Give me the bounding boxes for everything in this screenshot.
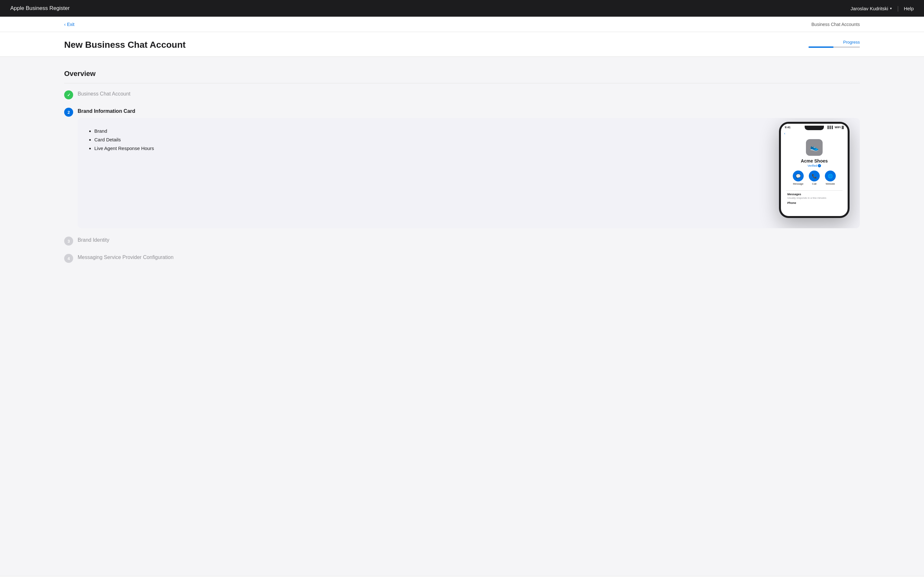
exit-link[interactable]: ‹ Exit (64, 22, 74, 27)
user-name: Jaroslav Kudritski (851, 6, 888, 11)
exit-chevron-icon: ‹ (64, 22, 66, 27)
overview-title: Overview (64, 69, 860, 83)
brand-name: Acme Shoes (801, 158, 828, 163)
signal-icon: ▌▌▌ (827, 126, 834, 129)
step-4-number: 4 (64, 254, 73, 263)
message-label: Message (793, 182, 803, 185)
sub-navigation: ‹ Exit Business Chat Accounts (0, 17, 924, 32)
brand-card-left: Brand Card Details Live Agent Response H… (88, 128, 779, 151)
main-content: Overview ✓ Business Chat Account 2 Brand… (0, 57, 924, 576)
step-2-number: 2 (64, 108, 73, 117)
nav-divider: | (897, 5, 899, 12)
phone-status-icons: ▌▌▌ WiFi ▓ (827, 126, 844, 129)
messages-section-subtitle: Usually responds in a few minutes (787, 197, 841, 199)
phone-mockup: 9:41 ▌▌▌ WiFi ▓ ‹ (779, 122, 850, 218)
phone-content: 👟 Acme Shoes Verified ✓ 💬 (781, 137, 848, 207)
shoe-icon: 👟 (810, 143, 819, 152)
exit-label: Exit (67, 22, 74, 27)
breadcrumb: Business Chat Accounts (811, 22, 860, 27)
progress-fill (809, 47, 834, 48)
call-action: 📞 Call (809, 171, 820, 185)
progress-bar (809, 47, 860, 48)
step-3: 3 Brand Identity (64, 236, 860, 245)
brand-info-card: Brand Card Details Live Agent Response H… (78, 118, 860, 228)
phone-time: 9:41 (785, 126, 790, 129)
call-icon: 📞 (809, 171, 820, 181)
progress-empty (835, 47, 860, 48)
step-1-number: ✓ (64, 90, 73, 99)
phone-back-button: ‹ (781, 130, 848, 137)
step-2-digit: 2 (67, 110, 69, 115)
call-label: Call (812, 182, 817, 185)
phone-divider (786, 190, 843, 191)
top-navigation: Apple Business Register Jaroslav Kudrits… (0, 0, 924, 17)
action-buttons: 💬 Message 📞 Call 🌐 We (793, 171, 836, 185)
page-header: New Business Chat Account Progress (0, 32, 924, 57)
step-4: 4 Messaging Service Provider Configurati… (64, 253, 860, 263)
website-icon: 🌐 (825, 171, 836, 181)
messages-section-title: Messages (787, 193, 841, 196)
progress-area: Progress (809, 40, 860, 48)
step-2-label: Brand Information Card (78, 108, 860, 114)
message-action: 💬 Message (793, 171, 804, 185)
step-3-number: 3 (64, 237, 73, 245)
step-2: 2 Brand Information Card Brand Card Deta… (64, 107, 860, 228)
step-2-content: Brand Information Card Brand Card Detail… (78, 107, 860, 228)
wifi-icon: WiFi (835, 126, 841, 129)
phone-section-title: Phone (787, 201, 841, 205)
phone-back-icon: ‹ (784, 131, 785, 135)
app-title: Apple Business Register (10, 5, 69, 11)
top-nav-right: Jaroslav Kudritski ▾ | Help (851, 5, 914, 12)
brand-card-list: Brand Card Details Live Agent Response H… (88, 128, 779, 151)
website-label: Website (826, 182, 835, 185)
verified-icon: ✓ (818, 164, 821, 167)
battery-icon: ▓ (842, 126, 844, 129)
steps-list: ✓ Business Chat Account 2 Brand Informat… (64, 90, 860, 263)
message-icon: 💬 (793, 171, 804, 181)
brand-card-item-hours: Live Agent Response Hours (94, 145, 779, 151)
step-3-digit: 3 (67, 239, 69, 243)
step-1: ✓ Business Chat Account (64, 90, 860, 99)
phone-messages-section: Messages Usually responds in a few minut… (786, 193, 843, 205)
help-link[interactable]: Help (904, 6, 914, 11)
brand-card-item-details: Card Details (94, 137, 779, 142)
verified-badge: Verified ✓ (808, 164, 821, 167)
step-4-label: Messaging Service Provider Configuration (78, 255, 174, 260)
verified-text: Verified (808, 164, 817, 167)
step-1-checkmark: ✓ (67, 93, 71, 97)
progress-label: Progress (843, 40, 860, 45)
phone-screen: 9:41 ▌▌▌ WiFi ▓ ‹ (781, 124, 848, 216)
user-chevron-icon: ▾ (890, 6, 892, 11)
website-action: 🌐 Website (825, 171, 836, 185)
step-1-label: Business Chat Account (78, 91, 131, 97)
step-3-label: Brand Identity (78, 237, 110, 243)
brand-logo: 👟 (806, 139, 822, 156)
step-4-digit: 4 (67, 256, 69, 261)
user-menu[interactable]: Jaroslav Kudritski ▾ (851, 6, 892, 11)
phone-notch (804, 126, 824, 130)
page-title: New Business Chat Account (64, 40, 186, 50)
brand-card-item-brand: Brand (94, 128, 779, 134)
